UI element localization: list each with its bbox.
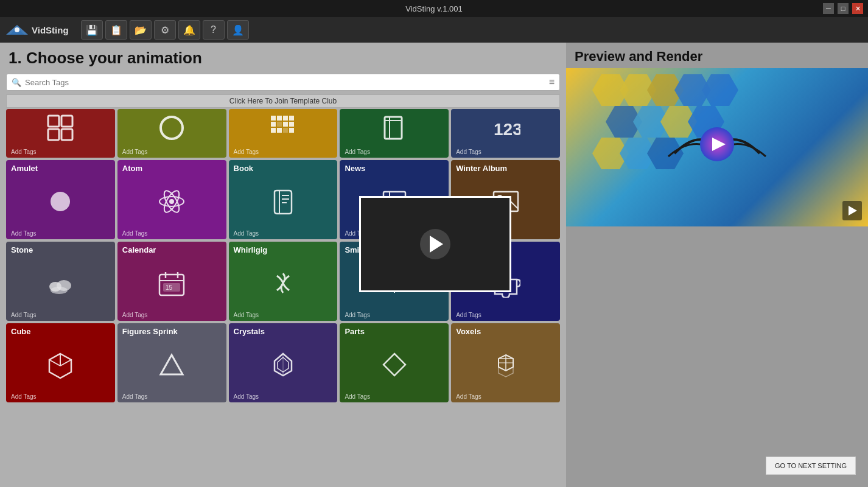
settings-button[interactable]: ⚙ [154, 20, 176, 40]
svg-marker-51 [161, 355, 183, 374]
card-icon-area [6, 337, 115, 391]
search-input[interactable] [25, 78, 549, 87]
card-footer: Add Tags [340, 310, 449, 321]
logo-icon [6, 23, 28, 37]
card-title: News [340, 160, 449, 174]
svg-rect-4 [61, 116, 72, 127]
save-button[interactable]: 💾 [81, 20, 103, 40]
notifications-button[interactable]: 🔔 [178, 20, 200, 40]
go-next-setting-button[interactable]: GO TO NEXT SETTING [766, 457, 856, 475]
atom-icon [157, 187, 186, 216]
card-atom[interactable]: Atom Add Tags [117, 160, 226, 239]
close-button[interactable]: ✕ [852, 3, 863, 14]
parts-icon [380, 350, 409, 379]
svg-line-56 [394, 354, 405, 365]
search-menu-icon[interactable]: ≡ [549, 77, 555, 88]
book2-icon [380, 113, 409, 142]
amulet-icon [46, 187, 75, 216]
card-crystals[interactable]: Crystals Add Tags [229, 323, 338, 402]
logo-text: VidSting [32, 25, 69, 35]
card-footer: Add Tags [6, 228, 115, 239]
search-icon: 🔍 [12, 78, 21, 87]
card-footer: Add Tags [117, 228, 226, 239]
card-cube[interactable]: Cube Add Tags [6, 323, 115, 402]
card-title: Whirligig [229, 242, 338, 256]
svg-line-57 [394, 365, 405, 376]
svg-line-59 [383, 354, 394, 365]
preview-logo-svg [662, 117, 772, 178]
calendar-icon: 15 [157, 268, 186, 298]
card-footer: Add Tags [340, 391, 449, 402]
svg-rect-11 [289, 116, 294, 121]
card-icon-area [117, 109, 226, 147]
svg-rect-10 [283, 116, 288, 121]
svg-rect-15 [289, 122, 294, 127]
save-as-button[interactable]: 📋 [105, 20, 127, 40]
card-icon-area: 123 [451, 109, 560, 147]
preview-area: GO TO NEXT SETTING [566, 68, 868, 487]
preview-play-button[interactable] [842, 201, 862, 220]
video-play-button[interactable] [420, 229, 450, 259]
minimize-button[interactable]: ─ [823, 3, 834, 14]
card-footer: Add Tags [117, 310, 226, 321]
card-title: Atom [117, 160, 226, 174]
book-icon [268, 187, 298, 216]
card-calendar[interactable]: Calendar 15 Add Tags [117, 242, 226, 321]
card-footer: Add Tags [229, 228, 338, 239]
card-unknown-4[interactable]: Add Tags [340, 109, 449, 158]
card-icon-area [6, 256, 115, 310]
template-club-banner[interactable]: Click Here To Join Template Club [6, 94, 560, 108]
card-footer: Add Tags [229, 391, 338, 402]
logo: VidSting [6, 23, 69, 37]
numbers-icon: 123 [491, 113, 520, 142]
card-parts[interactable]: Parts Add Tags [340, 323, 449, 402]
account-button[interactable]: 👤 [227, 20, 249, 40]
search-bar: 🔍 ≡ [6, 74, 560, 91]
card-footer: Add Tags [6, 391, 115, 402]
card-whirligig[interactable]: Whirligig Add Tags [229, 242, 338, 321]
card-title: Figures Sprink [117, 323, 226, 337]
grid-icon [46, 113, 75, 142]
toolbar: VidSting 💾 📋 📂 ⚙ 🔔 ? 👤 [0, 17, 868, 43]
open-button[interactable]: 📂 [130, 20, 152, 40]
svg-rect-3 [48, 116, 59, 127]
preview-logo [662, 117, 772, 178]
card-unknown-2[interactable]: Add Tags [117, 109, 226, 158]
card-icon-area [229, 337, 338, 391]
card-footer: Add Tags [229, 147, 338, 158]
card-figures-sprink[interactable]: Figures Sprink Add Tags [117, 323, 226, 402]
card-icon-area [6, 174, 115, 228]
svg-marker-69 [702, 74, 738, 106]
card-stone[interactable]: Stone Add Tags [6, 242, 115, 321]
svg-rect-14 [283, 122, 288, 127]
svg-rect-9 [277, 116, 282, 121]
maximize-button[interactable]: □ [838, 3, 849, 14]
card-footer: Add Tags [451, 147, 560, 158]
svg-rect-13 [277, 122, 282, 127]
card-footer: Add Tags [6, 147, 115, 158]
card-book[interactable]: Book Add Tags [229, 160, 338, 239]
whirligig-icon [268, 268, 298, 298]
preview-image [566, 68, 868, 226]
card-unknown-3[interactable]: Add Tags [229, 109, 338, 158]
svg-line-58 [383, 365, 394, 376]
card-title: Book [229, 160, 338, 174]
card-icon-area: 15 [117, 256, 226, 310]
svg-rect-19 [289, 128, 294, 133]
card-icon-area [229, 174, 338, 228]
circle-icon [157, 113, 186, 142]
svg-marker-55 [383, 354, 405, 376]
card-unknown-1[interactable]: Add Tags [6, 109, 115, 158]
help-button[interactable]: ? [203, 20, 225, 40]
svg-rect-12 [271, 122, 276, 127]
video-play-triangle [430, 236, 443, 253]
preview-play-triangle [849, 206, 857, 215]
video-overlay[interactable] [359, 196, 511, 292]
card-title: Parts [340, 323, 449, 337]
card-icon-area [6, 109, 115, 147]
card-unknown-5[interactable]: 123 Add Tags [451, 109, 560, 158]
card-voxels[interactable]: Voxels Add Tags [451, 323, 560, 402]
card-icon-area [451, 337, 560, 391]
card-amulet[interactable]: Amulet Add Tags [6, 160, 115, 239]
svg-rect-18 [283, 128, 288, 133]
